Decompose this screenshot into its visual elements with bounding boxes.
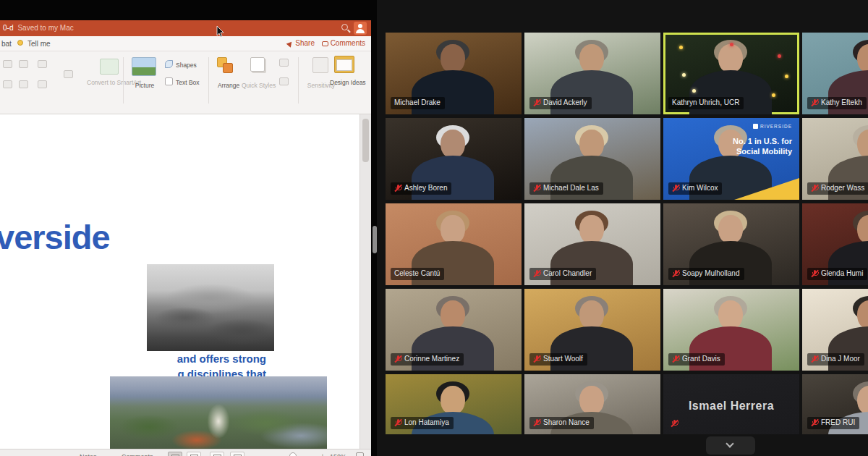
participant-tile[interactable]: Carol Chandler	[524, 203, 660, 285]
comments-button[interactable]: Comments	[322, 39, 365, 47]
ribbon-icon-placeholder[interactable]	[38, 80, 47, 88]
participant-name-label: Ashley Boren	[391, 182, 451, 195]
document-title: 0-dSaved to my Mac	[3, 20, 74, 36]
ribbon-icon-placeholder[interactable]	[19, 60, 28, 68]
virtual-background-gold-wedge	[734, 178, 799, 200]
participant-name-label: Lon Hatamiya	[391, 417, 454, 429]
participant-tile[interactable]: RIVERSIDENo. 1 in U.S. for Social Mobili…	[663, 118, 799, 200]
mic-muted-icon	[394, 185, 401, 193]
christmas-light-dot	[778, 54, 781, 58]
notes-button[interactable]: Notes	[80, 453, 97, 456]
zoom-in-button[interactable]: +	[320, 452, 325, 456]
participant-name-label: Glenda Humi	[807, 268, 867, 280]
participant-tile[interactable]: Kathy Eftekh	[802, 33, 868, 114]
arrange-button[interactable]: Arrange	[214, 82, 243, 89]
participant-silhouette	[579, 300, 604, 329]
mic-muted-icon	[533, 270, 540, 278]
participant-tile[interactable]: FRED RUI	[802, 374, 868, 434]
mic-muted-icon	[394, 419, 401, 427]
normal-view-button[interactable]	[168, 452, 182, 456]
zoom-level[interactable]: 150%	[330, 453, 346, 456]
christmas-light-dot	[682, 73, 686, 77]
picture-icon[interactable]	[132, 57, 156, 76]
participant-tile[interactable]: Sharon Nance	[524, 374, 660, 434]
campus-aerial-photo[interactable]	[110, 376, 327, 449]
slide-canvas[interactable]: verside o 1907 and thetion - A branch of…	[0, 114, 359, 449]
mic-muted-icon	[811, 185, 818, 193]
participant-silhouette	[718, 300, 743, 329]
text-box-icon[interactable]	[165, 77, 173, 85]
fit-to-window-icon[interactable]	[356, 452, 364, 456]
mic-muted-icon	[533, 185, 540, 193]
mic-muted-icon	[672, 185, 679, 193]
mic-muted-icon	[533, 99, 540, 107]
participant-tile[interactable]: David Ackerly	[524, 33, 660, 114]
ribbon-tab-acrobat[interactable]: bat	[1, 40, 12, 48]
ribbon-tab-row: bat Tell me Share Comments	[0, 36, 371, 51]
participant-tile[interactable]: Michael Drake	[386, 33, 522, 114]
participant-tile[interactable]: Rodger Wass	[802, 118, 868, 200]
ribbon-icon-placeholder[interactable]	[64, 70, 73, 78]
ribbon-icon-placeholder[interactable]	[19, 80, 28, 88]
slide-sorter-view-button[interactable]	[187, 452, 201, 456]
participant-tile[interactable]: Grant Davis	[663, 289, 799, 371]
ribbon-icon-placeholder[interactable]	[38, 60, 47, 68]
reading-view-button[interactable]	[210, 452, 224, 456]
participant-tile[interactable]: Glenda Humi	[802, 203, 868, 285]
quick-styles-icon[interactable]	[250, 57, 265, 72]
slideshow-view-button[interactable]	[230, 452, 244, 456]
participant-tile[interactable]: Dina J Moor	[802, 289, 868, 371]
slide-scrollbar[interactable]	[359, 114, 371, 449]
arrange-icon	[223, 63, 233, 73]
sensitivity-icon[interactable]	[312, 57, 328, 73]
ribbon-icon-placeholder[interactable]	[3, 80, 12, 88]
participant-tile[interactable]: Ashley Boren	[386, 118, 522, 200]
gallery-next-page-button[interactable]	[706, 436, 755, 455]
search-icon[interactable]	[341, 24, 348, 30]
mic-muted-icon	[811, 419, 818, 427]
participant-name-label: Soapy Mulholland	[668, 268, 744, 280]
participant-name-label: Michael Dale Las	[529, 182, 603, 195]
zoom-slider-thumb[interactable]	[289, 452, 297, 456]
ucr-mini-logo-icon	[753, 124, 758, 129]
fill-color-button[interactable]	[279, 59, 289, 67]
shapes-button[interactable]: Shapes	[176, 62, 197, 69]
tell-me-button[interactable]: Tell me	[27, 40, 51, 48]
participant-tile[interactable]: Lon Hatamiya	[386, 374, 522, 434]
slide-title[interactable]: verside	[0, 217, 110, 257]
picture-button[interactable]: Picture	[130, 82, 159, 89]
participant-name-label: Dina J Moor	[807, 353, 864, 366]
participant-tile[interactable]: Stuart Woolf	[524, 289, 660, 371]
powerpoint-window: 0-dSaved to my Mac bat Tell me Share Com…	[0, 20, 371, 443]
participant-silhouette	[441, 130, 465, 159]
zoom-meeting-window: Michael DrakeDavid AckerlyKathryn Uhrich…	[377, 0, 868, 456]
zoom-out-button[interactable]: −	[247, 452, 252, 456]
slide-text-line: and offers strong	[0, 351, 266, 367]
account-avatar-icon[interactable]	[354, 22, 367, 35]
convert-smartart-button[interactable]: Convert to SmartArt	[87, 79, 133, 86]
share-button[interactable]: Share	[287, 39, 315, 47]
ribbon-icon-placeholder[interactable]	[3, 60, 12, 68]
participant-name-label: Michael Drake	[391, 97, 445, 109]
participant-tile[interactable]: Michael Dale Las	[524, 118, 660, 200]
outline-color-button[interactable]	[279, 77, 289, 85]
mic-muted-icon	[811, 99, 818, 107]
convert-smartart-icon[interactable]	[100, 59, 119, 75]
participant-tile[interactable]: Corinne Martinez	[386, 289, 522, 371]
quick-styles-button[interactable]: Quick Styles	[242, 82, 275, 89]
participant-silhouette	[718, 44, 743, 73]
chevron-down-icon	[726, 439, 733, 447]
participant-tile[interactable]: Ismael Herrera	[663, 374, 799, 434]
mouse-cursor	[216, 26, 225, 38]
mic-muted-icon	[672, 270, 679, 278]
scrollbar-thumb[interactable]	[362, 119, 369, 162]
participant-tile[interactable]: Celeste Cantú	[386, 203, 522, 285]
design-ideas-icon[interactable]	[334, 56, 354, 73]
text-box-button[interactable]: Text Box	[176, 79, 200, 86]
shapes-icon[interactable]	[165, 60, 173, 68]
participant-tile[interactable]: Soapy Mulholland	[663, 203, 799, 285]
design-ideas-button[interactable]: Design Ideas	[330, 79, 359, 86]
comments-toggle-button[interactable]: Comments	[122, 453, 153, 456]
participant-tile[interactable]: Kathryn Uhrich, UCR	[663, 33, 799, 114]
historic-photo[interactable]	[147, 264, 274, 351]
